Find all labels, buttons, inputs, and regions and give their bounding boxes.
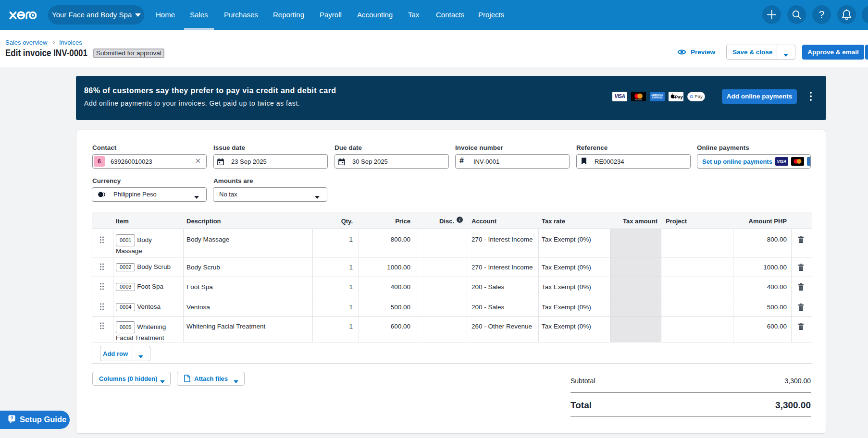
svg-text:Pay: Pay [675, 94, 683, 99]
svg-text:mastercard: mastercard [635, 99, 642, 101]
svg-text:?: ? [10, 416, 13, 421]
